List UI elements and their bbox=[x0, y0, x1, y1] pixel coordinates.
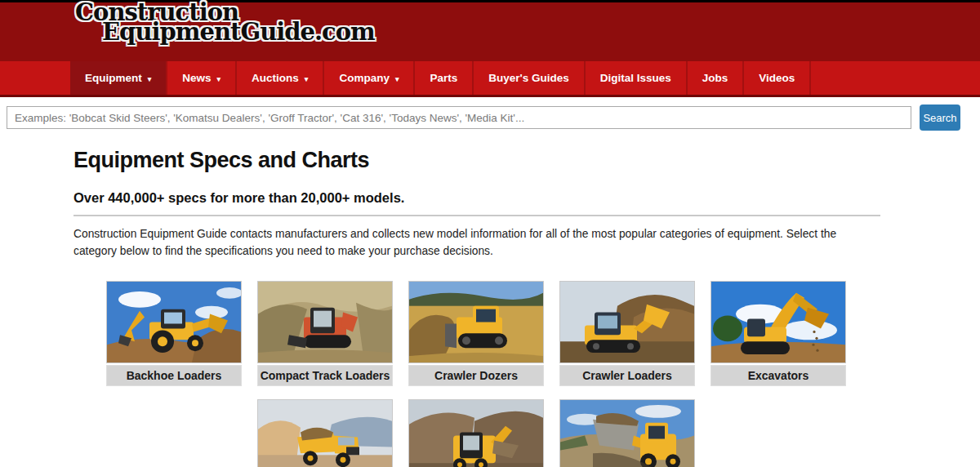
nav-item-digital-issues[interactable]: Digital Issues bbox=[586, 61, 688, 95]
nav-item-buyers-guides[interactable]: Buyer's Guides bbox=[474, 61, 586, 95]
page-subtitle: Over 440,000+ specs for more than 20,000… bbox=[74, 190, 980, 206]
search-bar: Search bbox=[0, 97, 980, 138]
skid-steer-loader-photo bbox=[408, 399, 544, 467]
nav-item-equipment[interactable]: Equipment ▾ bbox=[70, 61, 167, 95]
nav-item-company[interactable]: Company ▾ bbox=[324, 61, 415, 95]
category-label: Backhoe Loaders bbox=[106, 365, 242, 386]
category-card-compact-track-loaders[interactable]: Compact Track Loaders bbox=[257, 281, 393, 386]
nav-item-label: Digital Issues bbox=[600, 72, 671, 84]
nav-item-jobs[interactable]: Jobs bbox=[688, 61, 745, 95]
category-card-crawler-loaders[interactable]: Crawler Loaders bbox=[559, 281, 695, 386]
divider bbox=[74, 215, 880, 216]
excavators-photo bbox=[710, 281, 846, 363]
nav-item-label: Videos bbox=[759, 72, 795, 84]
wheel-loader-photo bbox=[559, 399, 695, 467]
search-button[interactable]: Search bbox=[920, 105, 960, 131]
category-card-excavators[interactable]: Excavators bbox=[710, 281, 846, 386]
nav-item-videos[interactable]: Videos bbox=[744, 61, 811, 95]
main-nav: Equipment ▾ News ▾ Auctions ▾ Company ▾ … bbox=[0, 61, 980, 97]
nav-item-auctions[interactable]: Auctions ▾ bbox=[237, 61, 324, 95]
chevron-down-icon: ▾ bbox=[217, 75, 221, 83]
category-card-wheel-loader[interactable] bbox=[559, 399, 695, 467]
logo-text-line2: EquipmentGuide.com bbox=[102, 23, 980, 42]
category-grid: Backhoe Loaders bbox=[106, 281, 846, 467]
nav-item-label: Parts bbox=[430, 72, 457, 84]
nav-item-news[interactable]: News ▾ bbox=[167, 61, 237, 95]
crawler-dozers-photo bbox=[408, 281, 544, 363]
category-row-2 bbox=[257, 399, 846, 467]
site-logo[interactable]: Construction EquipmentGuide.com bbox=[0, 2, 980, 42]
nav-item-parts[interactable]: Parts bbox=[415, 61, 474, 95]
category-card-skid-steer-loader[interactable] bbox=[408, 399, 544, 467]
page-description: Construction Equipment Guide contacts ma… bbox=[74, 225, 867, 260]
articulated-dump-truck-photo bbox=[257, 399, 393, 467]
crawler-loaders-photo bbox=[559, 281, 695, 363]
category-card-crawler-dozers[interactable]: Crawler Dozers bbox=[408, 281, 544, 386]
category-label: Compact Track Loaders bbox=[257, 365, 393, 386]
chevron-down-icon: ▾ bbox=[305, 75, 309, 83]
nav-item-label: News bbox=[182, 72, 211, 84]
masthead: Construction EquipmentGuide.com bbox=[0, 0, 980, 61]
category-label: Crawler Dozers bbox=[408, 365, 544, 386]
category-row-1: Backhoe Loaders bbox=[106, 281, 846, 386]
nav-item-label: Company bbox=[339, 72, 390, 84]
chevron-down-icon: ▾ bbox=[148, 75, 152, 83]
backhoe-loaders-photo bbox=[106, 281, 242, 363]
compact-track-loaders-photo bbox=[257, 281, 393, 363]
nav-item-label: Jobs bbox=[702, 72, 728, 84]
category-card-backhoe-loaders[interactable]: Backhoe Loaders bbox=[106, 281, 242, 386]
nav-item-label: Buyer's Guides bbox=[488, 72, 569, 84]
page-title: Equipment Specs and Charts bbox=[74, 148, 980, 173]
nav-item-label: Equipment bbox=[85, 72, 142, 84]
category-label: Excavators bbox=[710, 365, 846, 386]
chevron-down-icon: ▾ bbox=[395, 75, 399, 83]
category-label: Crawler Loaders bbox=[559, 365, 695, 386]
main-content: Equipment Specs and Charts Over 440,000+… bbox=[0, 138, 980, 467]
category-card-articulated-dump-truck[interactable] bbox=[257, 399, 393, 467]
nav-item-label: Auctions bbox=[252, 72, 299, 84]
search-input[interactable] bbox=[7, 106, 911, 129]
